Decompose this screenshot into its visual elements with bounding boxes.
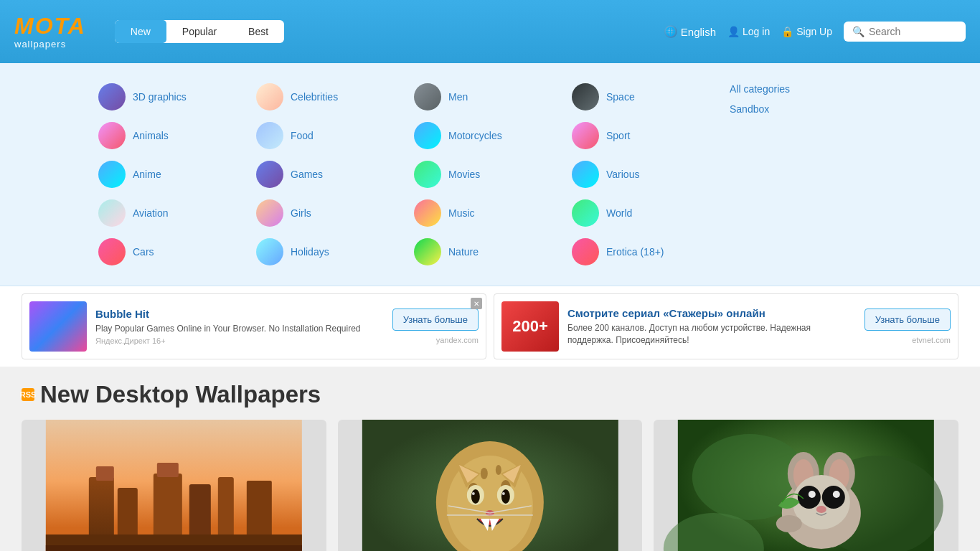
all-categories-link[interactable]: All categories xyxy=(730,83,882,95)
category-holidays[interactable]: Holidays xyxy=(253,232,411,271)
cat-link-anime[interactable]: Anime xyxy=(133,169,161,180)
category-various[interactable]: Various xyxy=(569,155,727,194)
main-nav: New Popular Best xyxy=(115,20,284,43)
cat-link-nature[interactable]: Nature xyxy=(448,246,479,258)
cat-icon-space xyxy=(572,83,599,110)
cat-link-space[interactable]: Space xyxy=(606,91,635,103)
category-anime[interactable]: Anime xyxy=(95,155,253,194)
categories-grid: 3D graphics Animals Anime Aviation Cars xyxy=(95,77,885,271)
close-ad-1-button[interactable]: ✕ xyxy=(471,298,482,309)
svg-rect-10 xyxy=(46,545,302,551)
category-nature[interactable]: Nature xyxy=(411,232,569,271)
ad-1-cta-button[interactable]: Узнать больше xyxy=(392,309,479,331)
ad-2-title: Смотрите сериал «Стажеры» онлайн xyxy=(567,307,856,319)
category-motorcycles[interactable]: Motorcycles xyxy=(411,116,569,155)
svg-point-49 xyxy=(816,506,826,513)
cat-icon-motorcycles xyxy=(414,122,441,149)
svg-point-21 xyxy=(501,489,509,504)
cat-link-sport[interactable]: Sport xyxy=(606,130,630,141)
login-button[interactable]: 👤 Log in xyxy=(727,26,770,37)
wallpaper-1[interactable] xyxy=(22,420,326,551)
cat-link-animals[interactable]: Animals xyxy=(133,130,169,141)
ad-1-image xyxy=(29,301,87,352)
nav-new-button[interactable]: New xyxy=(115,20,166,43)
person-icon: 👤 xyxy=(727,26,740,37)
logo-mota: MOTA xyxy=(14,14,86,37)
category-men[interactable]: Men xyxy=(411,77,569,116)
cat-link-celebrities[interactable]: Celebrities xyxy=(291,91,338,103)
category-3d-graphics[interactable]: 3D graphics xyxy=(95,77,253,116)
svg-point-22 xyxy=(471,492,474,495)
nav-popular-button[interactable]: Popular xyxy=(166,20,232,43)
section-title-container: RSS New Desktop Wallpapers xyxy=(22,381,958,408)
header-right: 🌐 English 👤 Log in 🔒 Sign Up 🔍 xyxy=(664,22,966,42)
category-cars[interactable]: Cars xyxy=(95,232,253,271)
nav-best-button[interactable]: Best xyxy=(232,20,284,43)
cat-link-games[interactable]: Games xyxy=(291,169,323,180)
ad-1: ✕ Bubble Hit Play Popular Games Online i… xyxy=(22,293,486,359)
ad-2-badge: 200+ xyxy=(512,317,548,336)
category-movies[interactable]: Movies xyxy=(411,155,569,194)
cat-link-3d-graphics[interactable]: 3D graphics xyxy=(133,91,187,103)
cat-link-various[interactable]: Various xyxy=(606,169,639,180)
cat-link-movies[interactable]: Movies xyxy=(448,169,480,180)
cat-link-music[interactable]: Music xyxy=(448,207,475,219)
svg-point-46 xyxy=(822,486,845,509)
category-column-2: Celebrities Food Games Girls Holidays xyxy=(253,77,411,271)
ad-2-content: Смотрите сериал «Стажеры» онлайн Более 2… xyxy=(567,307,856,347)
category-space[interactable]: Space xyxy=(569,77,727,116)
cat-icon-men xyxy=(414,83,441,110)
header: MOTA wallpapers New Popular Best 🌐 Engli… xyxy=(0,0,980,63)
category-celebrities[interactable]: Celebrities xyxy=(253,77,411,116)
svg-rect-2 xyxy=(96,466,114,481)
cat-icon-anime xyxy=(98,161,126,188)
ad-2-source: etvnet.com xyxy=(912,336,951,344)
wallpaper-3[interactable] xyxy=(654,420,958,551)
ad-1-source: yandex.com xyxy=(436,336,479,344)
svg-point-23 xyxy=(501,492,504,495)
ad-2-image: 200+ xyxy=(501,301,559,352)
svg-point-48 xyxy=(833,491,840,498)
wallpaper-2[interactable] xyxy=(338,420,643,551)
cat-link-men[interactable]: Men xyxy=(448,91,468,103)
category-girls[interactable]: Girls xyxy=(253,194,411,232)
cat-icon-movies xyxy=(414,161,441,188)
cat-icon-world xyxy=(572,199,599,227)
logo[interactable]: MOTA wallpapers xyxy=(14,14,86,50)
cat-link-food[interactable]: Food xyxy=(291,130,314,141)
language-button[interactable]: 🌐 English xyxy=(664,25,716,38)
main-section: RSS New Desktop Wallpapers xyxy=(0,367,980,551)
wallpaper-1-image xyxy=(22,420,326,551)
cat-link-world[interactable]: World xyxy=(606,207,632,219)
cat-icon-games xyxy=(256,161,283,188)
cat-link-cars[interactable]: Cars xyxy=(133,246,154,258)
ad-1-action: Узнать больше yandex.com xyxy=(392,309,479,344)
cat-link-motorcycles[interactable]: Motorcycles xyxy=(448,130,502,141)
wallpaper-3-image xyxy=(654,420,958,551)
cat-icon-food xyxy=(256,122,283,149)
wallpaper-2-image xyxy=(338,420,643,551)
cat-icon-animals xyxy=(98,122,126,149)
ads-section: ✕ Bubble Hit Play Popular Games Online i… xyxy=(0,286,980,367)
category-aviation[interactable]: Aviation xyxy=(95,194,253,232)
category-world[interactable]: World xyxy=(569,194,727,232)
signup-button[interactable]: 🔒 Sign Up xyxy=(781,26,832,37)
cat-link-girls[interactable]: Girls xyxy=(291,207,311,219)
category-erotica[interactable]: Erotica (18+) xyxy=(569,232,727,271)
category-food[interactable]: Food xyxy=(253,116,411,155)
ad-1-title: Bubble Hit xyxy=(95,308,384,320)
cat-link-holidays[interactable]: Holidays xyxy=(291,246,329,258)
category-animals[interactable]: Animals xyxy=(95,116,253,155)
search-input[interactable] xyxy=(869,26,955,37)
ad-2-cta-button[interactable]: Узнать больше xyxy=(864,309,951,331)
logo-sub: wallpapers xyxy=(14,39,66,50)
svg-rect-5 xyxy=(157,463,179,477)
category-sport[interactable]: Sport xyxy=(569,116,727,155)
category-music[interactable]: Music xyxy=(411,194,569,232)
category-games[interactable]: Games xyxy=(253,155,411,194)
search-icon: 🔍 xyxy=(852,26,864,37)
categories-section: 3D graphics Animals Anime Aviation Cars xyxy=(0,63,980,286)
cat-link-erotica[interactable]: Erotica (18+) xyxy=(606,246,664,258)
sandbox-link[interactable]: Sandbox xyxy=(730,103,882,115)
cat-link-aviation[interactable]: Aviation xyxy=(133,207,169,219)
